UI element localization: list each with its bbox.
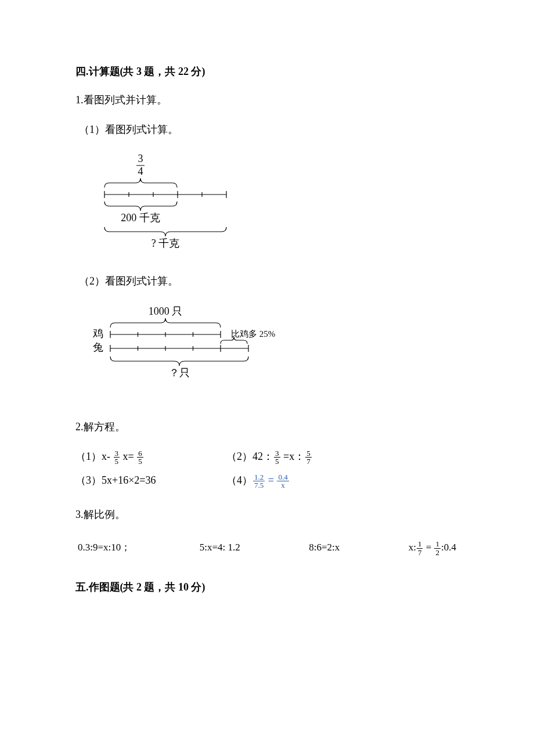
svg-text:兔: 兔 (93, 341, 103, 353)
q2-e4: （4）1.27.5 = 0.4x (226, 473, 377, 489)
svg-text:4: 4 (138, 165, 143, 177)
svg-text:？只: ？只 (169, 367, 190, 379)
svg-text:200 千克: 200 千克 (121, 212, 160, 224)
q1-stem: 1.看图列式并计算。 (75, 92, 459, 108)
q2-stem: 2.解方程。 (75, 419, 459, 435)
svg-text:? 千克: ? 千克 (151, 237, 180, 249)
q1-p2-label: （2）看图列式计算。 (75, 273, 459, 289)
svg-text:1000 只: 1000 只 (149, 305, 183, 317)
q2-e1: （1）x- 35 x= 65 (75, 449, 226, 466)
q1-p1-diagram: 3 4 200 千克 ? 千克 (75, 154, 459, 253)
svg-text:3: 3 (138, 154, 143, 164)
q3-row: 0.3:9=x:10； 5:x=4: 1.2 8:6=2:x x:17 = 12… (75, 537, 459, 556)
q3-d: x:17 = 12:0.4 (409, 540, 456, 556)
svg-text:比鸡多 25%: 比鸡多 25% (231, 329, 275, 339)
section-4-title: 四.计算题(共 3 题，共 22 分) (75, 64, 459, 80)
q3-stem: 3.解比例。 (75, 507, 459, 523)
q1-p1-label: （1）看图列式计算。 (75, 122, 459, 138)
section-5-title: 五.作图题(共 2 题，共 10 分) (75, 579, 459, 595)
q3-b: 5:x=4: 1.2 (200, 540, 240, 556)
svg-text:鸡: 鸡 (92, 327, 103, 339)
q2-row1: （1）x- 35 x= 65 （2）42：35 =x：57 (75, 449, 459, 466)
q3-a: 0.3:9=x:10； (78, 540, 131, 556)
q2-row2: （3）5x+16×2=36 （4）1.27.5 = 0.4x (75, 473, 459, 489)
q2-e3: （3）5x+16×2=36 (75, 473, 226, 489)
q3-c: 8:6=2:x (309, 540, 340, 556)
q2-e2: （2）42：35 =x：57 (226, 449, 377, 466)
q1-p2-diagram: 1000 只 鸡 兔 比鸡多 25% ？只 (75, 305, 459, 398)
